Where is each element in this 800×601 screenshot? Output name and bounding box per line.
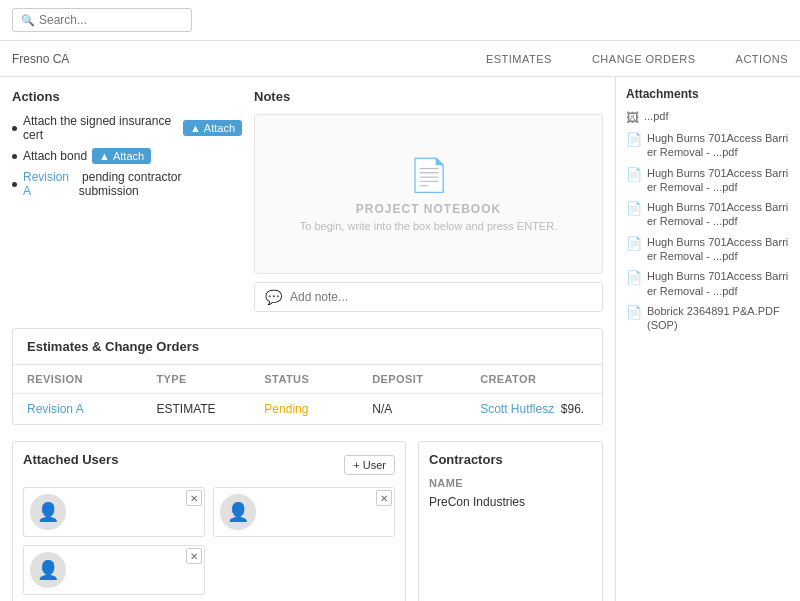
col-creator: CREATOR: [480, 373, 588, 385]
nav-tab-estimates[interactable]: ESTIMATES: [486, 43, 552, 75]
action-item-1: Attach the signed insurance cert ▲ Attac…: [12, 114, 242, 142]
contractor-name-1: PreCon Industries: [429, 495, 592, 509]
attachment-doc-icon-5: 📄: [626, 270, 642, 285]
notebook-title: PROJECT NOTEBOOK: [356, 202, 501, 216]
revision-link[interactable]: Revision A: [23, 170, 79, 198]
search-box[interactable]: 🔍: [12, 8, 192, 32]
bullet-icon: [12, 126, 17, 131]
contractors-col-header: NAME: [429, 477, 592, 489]
attach-insurance-button[interactable]: ▲ Attach: [183, 120, 242, 136]
cell-status: Pending: [264, 402, 372, 416]
attachment-doc-icon-2: 📄: [626, 167, 642, 182]
status-badge: Pending: [264, 402, 308, 416]
notes-title: Notes: [254, 89, 603, 104]
nav-tab-change-orders[interactable]: CHANGE ORDERS: [592, 43, 696, 75]
cell-creator: Scott Hutflesz $96.: [480, 402, 588, 416]
attachment-2[interactable]: 📄 Hugh Burns 701Access Barrier Removal -…: [626, 166, 790, 195]
attachment-name-5: Hugh Burns 701Access Barrier Removal - .…: [647, 269, 790, 298]
remove-user-2-button[interactable]: ✕: [376, 490, 392, 506]
attachment-name-1: Hugh Burns 701Access Barrier Removal - .…: [647, 131, 790, 160]
user-card-2: 👤 ✕: [213, 487, 395, 537]
notebook-subtitle: To begin, write into the box below and p…: [300, 220, 557, 232]
contractors-title: Contractors: [429, 452, 592, 467]
creator-link[interactable]: Scott Hutflesz: [480, 402, 554, 416]
attachment-5[interactable]: 📄 Hugh Burns 701Access Barrier Removal -…: [626, 269, 790, 298]
users-header-row: Attached Users + User: [23, 452, 395, 477]
remove-user-3-button[interactable]: ✕: [186, 548, 202, 564]
user-card-3: 👤 ✕: [23, 545, 205, 595]
cell-type: ESTIMATE: [156, 402, 264, 416]
add-note-input[interactable]: [290, 290, 592, 304]
attachment-3[interactable]: 📄 Hugh Burns 701Access Barrier Removal -…: [626, 200, 790, 229]
attachment-name-3: Hugh Burns 701Access Barrier Removal - .…: [647, 200, 790, 229]
action-text-2: Attach bond: [23, 149, 87, 163]
notebook-icon: 📄: [409, 156, 449, 194]
add-user-button[interactable]: + User: [344, 455, 395, 475]
avatar-3: 👤: [30, 552, 66, 588]
bullet-icon: [12, 154, 17, 159]
cell-deposit: N/A: [372, 402, 480, 416]
attached-users-title: Attached Users: [23, 452, 118, 467]
avatar-2: 👤: [220, 494, 256, 530]
users-grid: 👤 ✕ 👤 ✕ 👤 ✕: [23, 487, 395, 595]
top-row: Actions Attach the signed insurance cert…: [12, 89, 603, 312]
attachment-name-4: Hugh Burns 701Access Barrier Removal - .…: [647, 235, 790, 264]
attachment-doc-icon-4: 📄: [626, 236, 642, 251]
remove-user-1-button[interactable]: ✕: [186, 490, 202, 506]
header: 🔍: [0, 0, 800, 41]
nav-tab-actions[interactable]: ACTIONS: [736, 43, 788, 75]
table-row: Revision A ESTIMATE Pending N/A Scott Hu…: [13, 394, 602, 424]
nav-bar: Fresno CA ESTIMATES CHANGE ORDERS ACTION…: [0, 41, 800, 77]
attachments-sidebar: Attachments 🖼 ...pdf 📄 Hugh Burns 701Acc…: [615, 77, 800, 601]
col-revision: REVISION: [27, 373, 156, 385]
action-item-3: Revision A pending contractor submission: [12, 170, 242, 198]
nav-location: Fresno CA: [12, 52, 69, 66]
attachment-0[interactable]: 🖼 ...pdf: [626, 109, 790, 125]
table-header: REVISION TYPE STATUS DEPOSIT CREATOR: [13, 365, 602, 394]
col-type: TYPE: [156, 373, 264, 385]
attachment-1[interactable]: 📄 Hugh Burns 701Access Barrier Removal -…: [626, 131, 790, 160]
actions-section: Actions Attach the signed insurance cert…: [12, 89, 242, 312]
actions-title: Actions: [12, 89, 242, 104]
attachment-4[interactable]: 📄 Hugh Burns 701Access Barrier Removal -…: [626, 235, 790, 264]
estimates-section: Estimates & Change Orders REVISION TYPE …: [12, 328, 603, 425]
search-input[interactable]: [39, 13, 183, 27]
attachment-img-icon: 🖼: [626, 110, 639, 125]
amount: $96.: [561, 402, 584, 416]
col-deposit: DEPOSIT: [372, 373, 480, 385]
upload-icon: ▲: [99, 150, 110, 162]
nav-tabs: ESTIMATES CHANGE ORDERS ACTIONS: [486, 43, 788, 75]
add-note-row[interactable]: 💬: [254, 282, 603, 312]
content-area: Actions Attach the signed insurance cert…: [0, 77, 615, 601]
attachment-name-6: Bobrick 2364891 P&A.PDF (SOP): [647, 304, 790, 333]
col-status: STATUS: [264, 373, 372, 385]
revision-a-link[interactable]: Revision A: [27, 402, 84, 416]
attachment-doc-icon-6: 📄: [626, 305, 642, 320]
avatar-1: 👤: [30, 494, 66, 530]
notes-box: 📄 PROJECT NOTEBOOK To begin, write into …: [254, 114, 603, 274]
chat-icon: 💬: [265, 289, 282, 305]
upload-icon: ▲: [190, 122, 201, 134]
attachment-6[interactable]: 📄 Bobrick 2364891 P&A.PDF (SOP): [626, 304, 790, 333]
user-card-1: 👤 ✕: [23, 487, 205, 537]
bottom-row: Attached Users + User 👤 ✕ 👤 ✕ 👤 ✕: [12, 441, 603, 601]
estimates-title: Estimates & Change Orders: [13, 329, 602, 365]
attachment-name-2: Hugh Burns 701Access Barrier Removal - .…: [647, 166, 790, 195]
cell-revision[interactable]: Revision A: [27, 402, 156, 416]
attach-bond-button[interactable]: ▲ Attach: [92, 148, 151, 164]
attached-users-section: Attached Users + User 👤 ✕ 👤 ✕ 👤 ✕: [12, 441, 406, 601]
main-content: Actions Attach the signed insurance cert…: [0, 77, 800, 601]
attachment-name-0: ...pdf: [644, 109, 668, 123]
attachment-doc-icon-3: 📄: [626, 201, 642, 216]
action-text-1: Attach the signed insurance cert: [23, 114, 178, 142]
attachment-doc-icon-1: 📄: [626, 132, 642, 147]
action-item-2: Attach bond ▲ Attach: [12, 148, 242, 164]
bullet-icon: [12, 182, 17, 187]
attachments-title: Attachments: [626, 87, 790, 101]
contractors-section: Contractors NAME PreCon Industries: [418, 441, 603, 601]
notes-section: Notes 📄 PROJECT NOTEBOOK To begin, write…: [254, 89, 603, 312]
action-suffix: pending contractor submission: [79, 170, 242, 198]
search-icon: 🔍: [21, 14, 35, 27]
